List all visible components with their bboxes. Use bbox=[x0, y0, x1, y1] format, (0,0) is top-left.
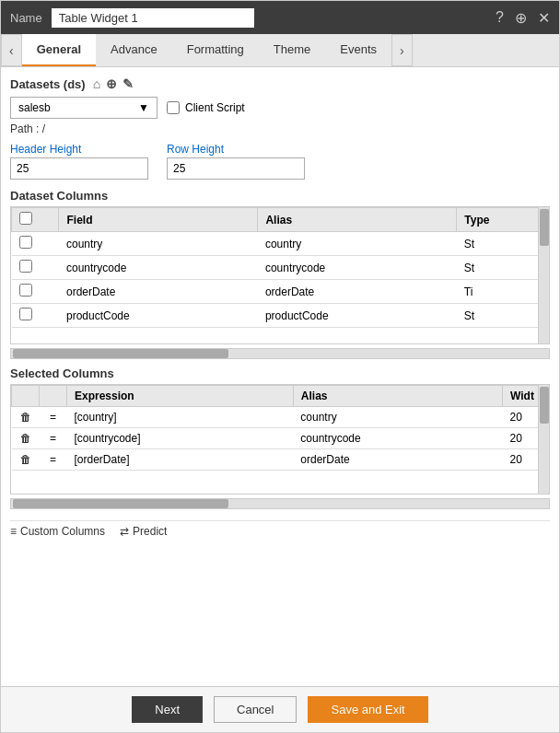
selected-columns-table-wrapper: Expression Alias Widt 🗑 = [country] coun… bbox=[10, 384, 550, 494]
widget-name-input[interactable] bbox=[52, 8, 254, 28]
col-header-type: Type bbox=[457, 208, 549, 232]
selected-columns-scrollbar[interactable] bbox=[538, 385, 549, 494]
horizontal-scrollbar-thumb bbox=[13, 349, 228, 358]
col-header-alias: Alias bbox=[258, 208, 457, 232]
tab-theme[interactable]: Theme bbox=[259, 34, 325, 66]
col-header-check bbox=[12, 208, 59, 232]
eq-cell: = bbox=[40, 449, 67, 471]
dropdown-arrow-icon: ▼ bbox=[138, 101, 149, 114]
row-checkbox[interactable] bbox=[19, 284, 32, 297]
move-icon[interactable]: ⊕ bbox=[515, 9, 527, 27]
row-alias: productCode bbox=[258, 304, 457, 328]
tab-advance[interactable]: Advance bbox=[96, 34, 172, 66]
tab-formatting[interactable]: Formatting bbox=[172, 34, 259, 66]
row-checkbox[interactable] bbox=[19, 260, 32, 273]
row-alias: country bbox=[258, 232, 457, 256]
datasets-section-header: Datasets (ds) ⌂ ⊕ ✎ bbox=[10, 76, 550, 91]
row-alias: orderDate bbox=[258, 280, 457, 304]
eq-cell: = bbox=[40, 407, 67, 428]
help-icon[interactable]: ? bbox=[496, 9, 504, 27]
add-dataset-icon[interactable]: ⊕ bbox=[106, 76, 117, 91]
client-script-checkbox[interactable] bbox=[167, 101, 180, 114]
dataset-columns-scrollbar[interactable] bbox=[538, 207, 549, 343]
name-label: Name bbox=[10, 11, 42, 25]
expression-cell: [country] bbox=[67, 407, 294, 428]
row-checkbox[interactable] bbox=[19, 236, 32, 249]
edit-dataset-icon[interactable]: ✎ bbox=[122, 76, 134, 91]
expression-cell: [countrycode] bbox=[67, 428, 294, 449]
path-value: / bbox=[42, 122, 45, 135]
close-icon[interactable]: ✕ bbox=[538, 9, 550, 27]
row-type: St bbox=[457, 304, 549, 328]
predict-icon: ⇄ bbox=[120, 525, 129, 538]
dataset-value: salesb bbox=[18, 101, 51, 114]
height-row: Header Height Row Height bbox=[10, 143, 550, 180]
dataset-columns-scrollbar-thumb bbox=[540, 209, 549, 246]
row-checkbox[interactable] bbox=[19, 308, 32, 320]
table-row: orderDate orderDate Ti bbox=[12, 280, 549, 304]
title-bar-icons: ? ⊕ ✕ bbox=[496, 9, 550, 27]
header-height-field: Header Height bbox=[10, 143, 148, 180]
row-field: country bbox=[59, 232, 258, 256]
row-height-input[interactable] bbox=[167, 157, 305, 180]
content-area: Datasets (ds) ⌂ ⊕ ✎ salesb ▼ Client Scri… bbox=[1, 67, 559, 686]
home-icon[interactable]: ⌂ bbox=[93, 76, 100, 91]
sel-col-header-alias: Alias bbox=[293, 386, 502, 407]
dataset-row: salesb ▼ Client Script bbox=[10, 97, 550, 119]
expression-cell: [orderDate] bbox=[67, 449, 294, 471]
client-script-row: Client Script bbox=[167, 101, 245, 114]
row-alias: countrycode bbox=[258, 256, 457, 280]
path-row: Path : / bbox=[10, 122, 550, 135]
alias-cell: countrycode bbox=[293, 428, 502, 449]
header-height-input[interactable] bbox=[10, 157, 148, 180]
tab-bar: ‹ General Advance Formatting Theme Event… bbox=[1, 34, 559, 67]
del-icon-cell[interactable]: 🗑 bbox=[12, 428, 40, 449]
next-button[interactable]: Next bbox=[132, 696, 203, 723]
save-exit-button[interactable]: Save and Exit bbox=[308, 696, 427, 723]
del-icon-cell[interactable]: 🗑 bbox=[12, 449, 40, 471]
tab-right-arrow[interactable]: › bbox=[391, 34, 413, 66]
dataset-columns-title: Dataset Columns bbox=[10, 189, 550, 203]
list-item: 🗑 = [countrycode] countrycode 20 bbox=[12, 428, 549, 449]
col-header-field: Field bbox=[59, 208, 258, 232]
cancel-button[interactable]: Cancel bbox=[214, 696, 297, 723]
eq-cell: = bbox=[40, 428, 67, 449]
horizontal-scrollbar[interactable] bbox=[10, 348, 550, 359]
title-bar: Name ? ⊕ ✕ bbox=[1, 1, 559, 34]
bottom-toolbar: ≡ Custom Columns ⇄ Predict bbox=[10, 520, 550, 541]
selected-columns-scrollbar-thumb bbox=[540, 387, 549, 424]
path-label: Path : bbox=[10, 122, 39, 135]
dataset-dropdown[interactable]: salesb ▼ bbox=[10, 97, 158, 119]
row-field: orderDate bbox=[59, 280, 258, 304]
custom-columns-icon: ≡ bbox=[10, 525, 17, 538]
row-check-cell[interactable] bbox=[12, 304, 59, 328]
row-field: productCode bbox=[59, 304, 258, 328]
tab-left-arrow[interactable]: ‹ bbox=[1, 34, 22, 66]
row-type: Ti bbox=[457, 280, 549, 304]
table-row: countrycode countrycode St bbox=[12, 256, 549, 280]
predict-button[interactable]: ⇄ Predict bbox=[120, 525, 167, 538]
sel-col-header-eq bbox=[40, 386, 67, 407]
table-row: productCode productCode St bbox=[12, 304, 549, 328]
footer: Next Cancel Save and Exit bbox=[1, 686, 559, 732]
row-check-cell[interactable] bbox=[12, 256, 59, 280]
sel-col-header-expression: Expression bbox=[67, 386, 294, 407]
datasets-icons: ⌂ ⊕ ✎ bbox=[93, 76, 134, 91]
row-type: St bbox=[457, 232, 549, 256]
datasets-label: Datasets (ds) bbox=[10, 77, 86, 91]
tab-events[interactable]: Events bbox=[325, 34, 391, 66]
alias-cell: country bbox=[293, 407, 502, 428]
del-icon-cell[interactable]: 🗑 bbox=[12, 407, 40, 428]
row-check-cell[interactable] bbox=[12, 280, 59, 304]
custom-columns-button[interactable]: ≡ Custom Columns bbox=[10, 525, 105, 538]
alias-cell: orderDate bbox=[293, 449, 502, 471]
selected-columns-table: Expression Alias Widt 🗑 = [country] coun… bbox=[11, 385, 549, 471]
tab-general[interactable]: General bbox=[22, 34, 96, 66]
row-type: St bbox=[457, 256, 549, 280]
row-check-cell[interactable] bbox=[12, 232, 59, 256]
client-script-label-text: Client Script bbox=[185, 101, 245, 114]
selected-columns-title: Selected Columns bbox=[10, 366, 550, 380]
select-all-checkbox[interactable] bbox=[19, 212, 32, 225]
selected-horizontal-scrollbar[interactable] bbox=[10, 498, 550, 509]
table-row: country country St bbox=[12, 232, 549, 256]
